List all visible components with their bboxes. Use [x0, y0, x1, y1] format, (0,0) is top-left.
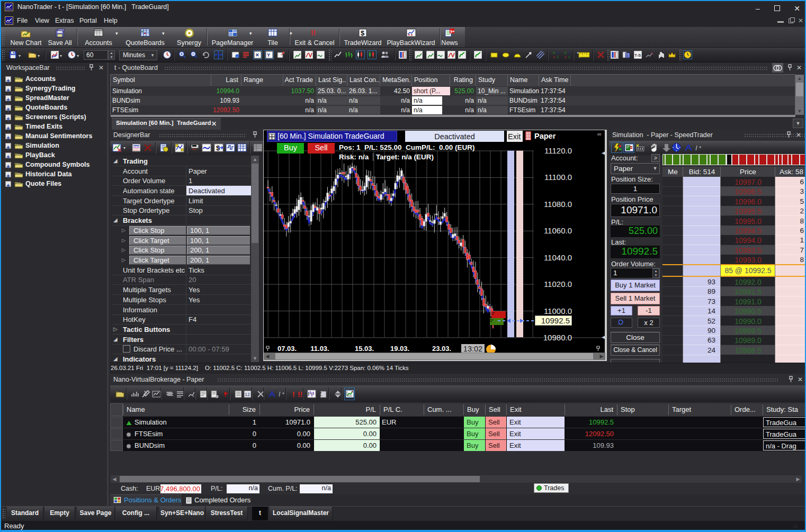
svg-text:Y: Y	[267, 52, 270, 58]
svg-text:!: !	[292, 390, 295, 398]
svg-text:*: *	[699, 145, 702, 151]
svg-text:B: B	[565, 51, 567, 55]
svg-text:I: I	[695, 144, 697, 151]
svg-text:B: B	[553, 51, 555, 55]
svg-text:C: C	[568, 56, 571, 59]
svg-text:$: $	[361, 29, 365, 37]
svg-text:!!: !!	[298, 390, 302, 398]
svg-text:O: O	[568, 51, 571, 55]
svg-text:I: I	[279, 391, 281, 398]
svg-text:9+: 9+	[450, 29, 454, 34]
svg-text:*: *	[282, 392, 284, 398]
svg-text:O: O	[557, 51, 559, 55]
svg-text:12: 12	[245, 392, 250, 397]
svg-text:Δ: Δ	[626, 53, 629, 57]
svg-text:!!: !!	[311, 29, 316, 37]
svg-text:i: i	[237, 55, 237, 58]
svg-text:✕: ✕	[255, 52, 259, 58]
svg-text:T-S: T-S	[634, 53, 641, 58]
svg-text:C: C	[557, 56, 559, 59]
svg-text:A: A	[565, 56, 567, 59]
svg-text:+1: +1	[650, 52, 653, 56]
svg-text:A: A	[553, 56, 555, 59]
